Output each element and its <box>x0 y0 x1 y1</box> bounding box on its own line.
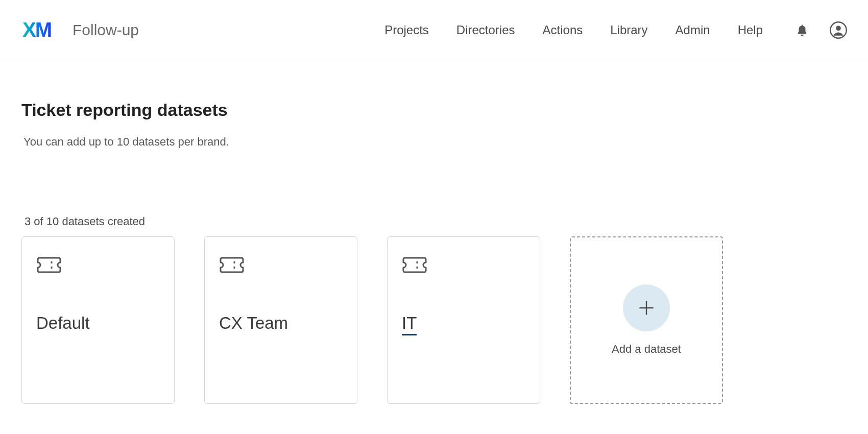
xm-logo[interactable]: XM <box>22 18 51 41</box>
dataset-card-it[interactable]: IT <box>387 236 540 404</box>
notifications-button[interactable] <box>795 22 809 38</box>
main-content: Ticket reporting datasets You can add up… <box>0 60 868 404</box>
nav-library[interactable]: Library <box>610 23 647 37</box>
primary-nav: Projects Directories Actions Library Adm… <box>384 21 848 39</box>
dataset-card-default[interactable]: Default <box>21 236 175 404</box>
app-header: XM Follow-up Projects Directories Action… <box>0 0 868 60</box>
add-dataset-label: Add a dataset <box>612 343 681 356</box>
account-button[interactable] <box>829 21 848 39</box>
page-subtext: You can add up to 10 datasets per brand. <box>23 135 847 149</box>
nav-icons-group <box>795 21 848 39</box>
dataset-count-text: 3 of 10 datasets created <box>25 215 847 228</box>
nav-admin[interactable]: Admin <box>676 23 710 37</box>
page-title: Ticket reporting datasets <box>21 100 847 120</box>
ticket-icon <box>36 256 160 276</box>
nav-actions[interactable]: Actions <box>543 23 583 37</box>
dataset-card-title: CX Team <box>219 314 343 333</box>
ticket-icon <box>219 256 343 276</box>
brand-label: Follow-up <box>73 21 139 39</box>
ticket-icon <box>402 256 525 276</box>
nav-directories[interactable]: Directories <box>456 23 515 37</box>
dataset-cards-row: Default CX Team IT <box>21 236 847 404</box>
add-dataset-card[interactable]: Add a dataset <box>570 236 723 404</box>
plus-circle <box>623 284 670 331</box>
nav-help[interactable]: Help <box>738 23 763 37</box>
nav-projects[interactable]: Projects <box>384 23 429 37</box>
bell-icon <box>795 22 809 38</box>
dataset-card-cx-team[interactable]: CX Team <box>204 236 357 404</box>
user-circle-icon <box>829 21 848 39</box>
dataset-card-title: Default <box>36 314 160 333</box>
plus-icon <box>637 298 656 318</box>
svg-point-1 <box>836 26 841 31</box>
dataset-card-title: IT <box>402 314 417 335</box>
